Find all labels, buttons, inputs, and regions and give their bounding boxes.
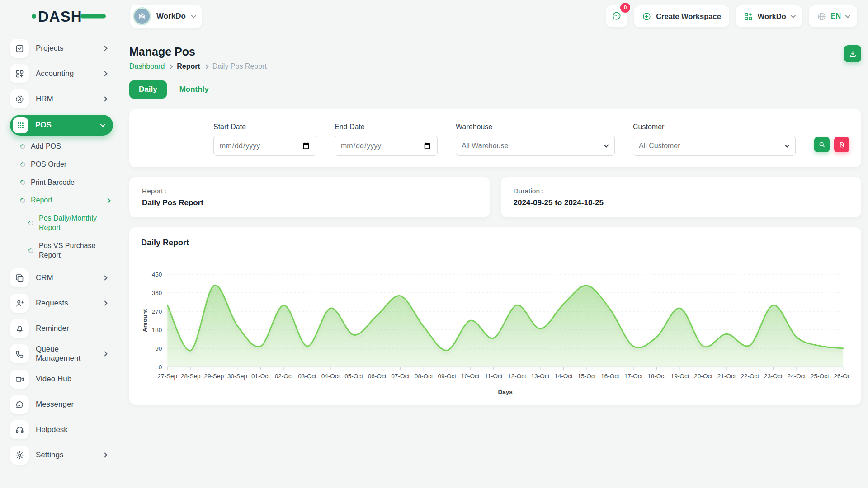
svg-text:15-Oct: 15-Oct <box>578 373 596 380</box>
svg-text:360: 360 <box>152 290 162 296</box>
download-icon <box>849 50 857 58</box>
svg-text:02-Oct: 02-Oct <box>275 373 293 380</box>
sidebar-item-label: Settings <box>36 450 63 460</box>
customer-field-group: Customer All Customer <box>633 123 796 156</box>
svg-text:04-Oct: 04-Oct <box>321 373 340 380</box>
video-icon <box>10 370 29 389</box>
language-selector[interactable]: EN <box>809 5 857 27</box>
sidebar-subitem-label: Pos VS Purchase Report <box>39 241 107 260</box>
sidebar-subitem-add-pos[interactable]: Add POS <box>20 142 111 151</box>
chevron-right-icon <box>102 301 107 306</box>
brand-logo[interactable]: DASH <box>0 9 122 24</box>
sidebar-subitem-label: Pos Daily/Monthly Report <box>39 214 107 233</box>
bullet-icon <box>28 220 35 227</box>
chevron-right-icon <box>102 352 107 357</box>
svg-text:Amount: Amount <box>142 309 148 332</box>
chevron-right-icon <box>102 71 107 76</box>
app-menu-button[interactable]: WorkDo <box>736 5 802 27</box>
sidebar-item-pos[interactable]: POS <box>10 115 113 136</box>
sidebar-subitem-label: Print Barcode <box>31 178 75 188</box>
sidebar-item-helpdesk[interactable]: Helpdesk <box>10 420 113 439</box>
summary-cards: Report : Daily Pos Report Duration : 202… <box>129 177 861 217</box>
page-title: Manage Pos <box>129 45 267 58</box>
tab-monthly[interactable]: Monthly <box>173 80 215 99</box>
sidebar-item-accounting[interactable]: Accounting <box>10 64 113 83</box>
chevron-right-icon <box>102 276 107 281</box>
sidebar-item-messenger[interactable]: Messenger <box>10 395 113 414</box>
svg-text:18-Oct: 18-Oct <box>647 373 666 380</box>
create-workspace-button[interactable]: Create Workspace <box>634 5 729 27</box>
report-value: Daily Pos Report <box>142 198 477 207</box>
sidebar-item-settings[interactable]: Settings <box>10 446 113 465</box>
sidebar-item-requests[interactable]: Requests <box>10 294 113 313</box>
globe-icon <box>817 12 826 21</box>
sidebar-subitem-label: POS Order <box>31 160 66 169</box>
bullet-icon <box>19 143 27 150</box>
breadcrumb-dashboard-link[interactable]: Dashboard <box>129 62 165 70</box>
svg-text:270: 270 <box>152 308 162 315</box>
breadcrumb-current: Daily Pos Report <box>212 62 267 70</box>
svg-text:24-Oct: 24-Oct <box>788 373 806 380</box>
duration-summary-card: Duration : 2024-09-25 to 2024-10-25 <box>501 177 862 217</box>
duration-value: 2024-09-25 to 2024-10-25 <box>514 198 849 207</box>
search-button[interactable] <box>814 137 830 152</box>
brand-name: DASH <box>38 9 82 24</box>
sidebar-item-label: Reminder <box>36 324 69 333</box>
svg-text:26-Oct: 26-Oct <box>834 373 849 380</box>
warehouse-select[interactable]: All Warehouse <box>456 136 615 156</box>
grid-plus-icon <box>744 12 753 21</box>
customer-select[interactable]: All Customer <box>633 136 796 156</box>
breadcrumb-report[interactable]: Report <box>177 62 200 70</box>
sidebar-item-video-hub[interactable]: Video Hub <box>10 370 113 389</box>
reset-button[interactable] <box>834 137 849 152</box>
chat-bubble-icon <box>611 10 622 23</box>
svg-text:03-Oct: 03-Oct <box>298 373 316 380</box>
svg-text:0: 0 <box>159 364 162 371</box>
svg-text:06-Oct: 06-Oct <box>368 373 387 380</box>
crm-icon <box>10 268 29 287</box>
sidebar-item-queue-management[interactable]: Queue Management <box>10 344 113 363</box>
svg-text:27-Sep: 27-Sep <box>157 373 177 380</box>
svg-text:Days: Days <box>498 389 512 395</box>
sidebar-item-crm[interactable]: CRM <box>10 268 113 287</box>
export-button[interactable] <box>844 45 861 62</box>
warehouse-field-group: Warehouse All Warehouse <box>456 123 615 156</box>
sidebar-subitem-pos-vs-purchase-report[interactable]: Pos VS Purchase Report <box>28 241 112 260</box>
end-date-input[interactable] <box>335 136 438 156</box>
svg-text:14-Oct: 14-Oct <box>554 373 573 380</box>
sidebar-item-label: Projects <box>36 44 63 53</box>
sidebar-item-reminder[interactable]: Reminder <box>10 319 113 338</box>
sidebar-subitem-print-barcode[interactable]: Print Barcode <box>20 178 111 188</box>
start-date-input[interactable] <box>213 136 316 156</box>
svg-text:05-Oct: 05-Oct <box>344 373 363 380</box>
projects-icon <box>10 39 29 58</box>
duration-label: Duration : <box>514 187 849 195</box>
sidebar-subitem-pos-daily-monthly-report[interactable]: Pos Daily/Monthly Report <box>28 214 112 233</box>
sidebar-item-hrm[interactable]: HRM <box>10 89 113 108</box>
sidebar-item-label: Accounting <box>36 69 74 78</box>
messenger-icon <box>10 395 29 414</box>
svg-text:11-Oct: 11-Oct <box>485 373 503 380</box>
chart-title: Daily Report <box>141 238 849 248</box>
workspace-switcher[interactable]: WorkDo <box>130 5 202 28</box>
sidebar-item-projects[interactable]: Projects <box>10 39 113 58</box>
end-date-field-group: End Date <box>335 123 438 156</box>
daily-report-area-chart[interactable]: 09018027036045027-Sep28-Sep29-Sep30-Sep0… <box>129 256 861 405</box>
svg-text:180: 180 <box>152 327 162 333</box>
report-summary-card: Report : Daily Pos Report <box>129 177 490 217</box>
svg-text:13-Oct: 13-Oct <box>531 373 550 380</box>
sidebar-item-label: CRM <box>36 273 53 282</box>
requests-icon <box>10 294 29 313</box>
reminder-icon <box>10 319 29 338</box>
sidebar-subitem-report[interactable]: Report <box>20 196 111 205</box>
warehouse-label: Warehouse <box>456 123 615 131</box>
sidebar-item-label: Requests <box>36 299 68 308</box>
svg-text:450: 450 <box>152 271 162 278</box>
bullet-icon <box>19 197 27 204</box>
queue-icon <box>10 344 29 363</box>
svg-text:30-Sep: 30-Sep <box>227 373 247 380</box>
tab-daily[interactable]: Daily <box>129 80 167 99</box>
breadcrumb: Dashboard Report Daily Pos Report <box>129 62 267 70</box>
sidebar-subitem-pos-order[interactable]: POS Order <box>20 160 111 169</box>
messages-button[interactable]: 0 <box>606 5 627 27</box>
